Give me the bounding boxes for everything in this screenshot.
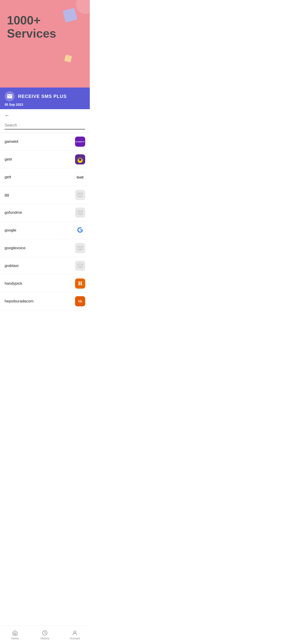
- sms-icon-grabtaxi: [77, 263, 83, 268]
- svg-point-2: [79, 159, 81, 161]
- list-item[interactable]: hepsiburadacom hb: [0, 292, 90, 310]
- deco-square-2: [64, 54, 72, 62]
- back-button[interactable]: ←: [0, 109, 14, 122]
- service-name: gett: [4, 175, 11, 180]
- sms-icon-googlevoice: [77, 245, 83, 251]
- app-bar-icon: [4, 91, 15, 101]
- sms-icon-gg: [77, 192, 83, 198]
- list-item[interactable]: gofundme: [0, 204, 90, 222]
- service-name: google: [4, 228, 16, 233]
- service-logo-grabtaxi: [75, 261, 85, 271]
- service-name: grabtaxi: [4, 264, 18, 268]
- list-item[interactable]: gg: [0, 186, 90, 204]
- list-item[interactable]: handypick ℍ: [0, 275, 90, 292]
- service-logo-gett: Gett: [75, 172, 85, 182]
- content-area: ← gamekit GAMEKIT getir: [0, 109, 90, 331]
- service-name: gg: [4, 192, 9, 197]
- google-logo-svg: [75, 225, 85, 236]
- list-item[interactable]: google: [0, 222, 90, 239]
- service-logo-googlevoice: [75, 243, 85, 253]
- service-name: handypick: [4, 281, 22, 286]
- service-name: gofundme: [4, 210, 22, 215]
- app-bar-date: 05 Sep 2023: [4, 103, 85, 106]
- service-logo-google: [75, 225, 85, 236]
- search-input[interactable]: [4, 122, 85, 130]
- hero-section: 1000+ Services: [0, 0, 90, 88]
- list-item[interactable]: grabtaxi: [0, 257, 90, 275]
- service-logo-getir: [75, 154, 85, 164]
- back-arrow-icon: ←: [4, 112, 10, 118]
- hero-subtitle: Services: [7, 27, 83, 40]
- service-list: gamekit GAMEKIT getir gett Gett: [0, 133, 90, 310]
- search-container: [0, 122, 90, 133]
- list-item[interactable]: getir: [0, 151, 90, 168]
- getir-logo-svg: [75, 154, 85, 164]
- service-logo-hepsiburadacom: hb: [75, 296, 85, 306]
- service-name: hepsiburadacom: [4, 299, 34, 304]
- list-item[interactable]: gamekit GAMEKIT: [0, 133, 90, 151]
- list-item[interactable]: gett Gett: [0, 168, 90, 186]
- service-logo-gg: [75, 190, 85, 200]
- service-name: googlevoice: [4, 246, 26, 250]
- sms-icon-gofundme: [77, 210, 83, 215]
- list-item[interactable]: googlevoice: [0, 239, 90, 257]
- service-name: gamekit: [4, 139, 18, 144]
- service-logo-gofundme: [75, 208, 85, 218]
- service-name: getir: [4, 157, 12, 162]
- email-icon: [7, 93, 13, 99]
- app-bar: RECEIVE SMS PLUS 05 Sep 2023: [0, 88, 90, 109]
- app-bar-title: RECEIVE SMS PLUS: [18, 94, 67, 99]
- service-logo-handypick: ℍ: [75, 278, 85, 288]
- service-logo-gamekit: GAMEKIT: [75, 136, 85, 147]
